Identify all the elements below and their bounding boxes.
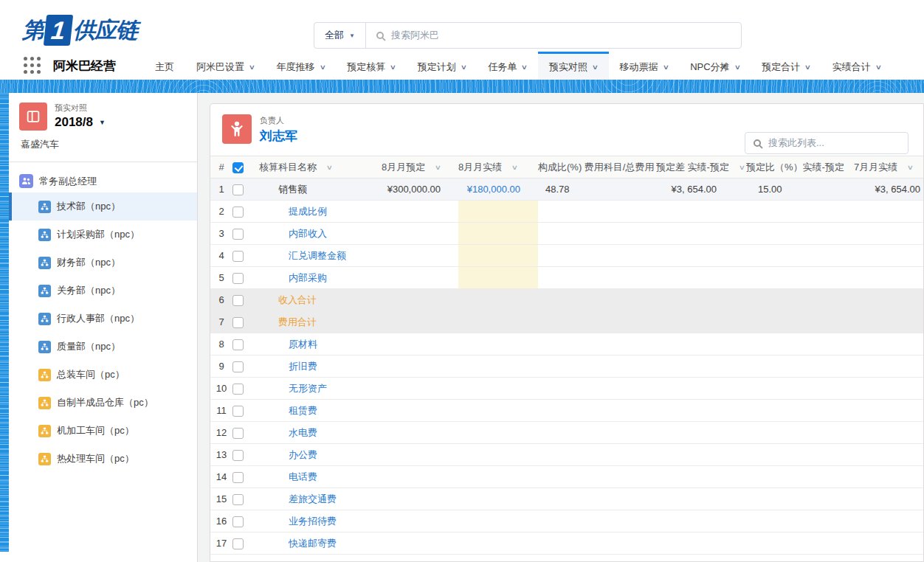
account-name-link[interactable]: 电话费 — [289, 471, 317, 482]
row-number: 1 — [210, 178, 232, 201]
row-checkbox[interactable] — [232, 251, 244, 262]
select-all-checkbox[interactable] — [232, 162, 244, 173]
actual-cell[interactable] — [458, 400, 538, 422]
sidebar-department-item[interactable]: 热处理车间（pc） — [9, 445, 197, 473]
scope-dropdown-icon: ▼ — [349, 32, 355, 39]
nav-tab-年度推移[interactable]: 年度推移 ∨ — [266, 52, 337, 80]
column-header-ratio[interactable]: 构成比(%) 费用科目/总费用∨ — [538, 156, 656, 178]
sidebar-department-item[interactable]: 机加工车间（pc） — [9, 417, 197, 445]
nav-tab-预定核算[interactable]: 预定核算 ∨ — [336, 52, 407, 80]
app-nav-bar: 阿米巴经营 主页 阿米巴设置 ∨ 年度推移 ∨ 预定核算 ∨ 预定计划 ∨ 任务… — [0, 52, 924, 80]
actual-cell[interactable]: ¥180,000.00 — [458, 178, 538, 201]
row-checkbox[interactable] — [232, 538, 244, 549]
ratio-cell — [538, 245, 656, 267]
row-checkbox[interactable] — [232, 384, 244, 395]
actual-cell[interactable] — [458, 466, 538, 488]
nav-tab-NPC分摊[interactable]: NPC分摊 ∨ — [679, 52, 751, 80]
org-tree-root[interactable]: 常务副总经理 — [9, 170, 197, 192]
actual-cell[interactable] — [458, 532, 538, 555]
row-checkbox[interactable] — [232, 295, 244, 306]
account-name-link[interactable]: 销售额 — [278, 184, 307, 195]
account-name-link[interactable]: 内部收入 — [289, 228, 327, 239]
row-number: 14 — [210, 466, 232, 488]
actual-cell[interactable] — [458, 488, 538, 510]
account-name-link[interactable]: 差旅交通费 — [289, 493, 337, 504]
row-checkbox[interactable] — [232, 516, 244, 527]
row-checkbox[interactable] — [232, 207, 244, 218]
nav-tab-实绩合计[interactable]: 实绩合计 ∨ — [821, 52, 892, 80]
row-checkbox[interactable] — [232, 472, 244, 483]
column-header-actual[interactable]: 8月月实绩∨ — [458, 156, 538, 178]
column-header-prev[interactable]: 7月月实绩∨ — [854, 156, 924, 178]
table-row: 6 收入合计 — [210, 289, 924, 311]
column-header-name[interactable]: 核算科目名称∨ — [259, 156, 382, 178]
list-search-box[interactable]: 搜索此列表... — [745, 132, 909, 154]
diff-cell — [656, 510, 746, 532]
actual-cell[interactable] — [458, 422, 538, 444]
actual-cell[interactable] — [458, 510, 538, 532]
nav-tab-预定合计[interactable]: 预定合计 ∨ — [751, 52, 821, 80]
actual-cell[interactable] — [458, 444, 538, 466]
actual-cell[interactable] — [458, 201, 538, 223]
account-name-link[interactable]: 费用合计 — [278, 316, 317, 327]
row-checkbox[interactable] — [232, 450, 244, 461]
actual-cell[interactable] — [458, 333, 538, 355]
org-chart-icon — [38, 313, 51, 325]
account-name-link[interactable]: 折旧费 — [289, 361, 317, 372]
account-name-link[interactable]: 租赁费 — [289, 405, 317, 416]
nav-tab-预定计划[interactable]: 预定计划 ∨ — [407, 52, 477, 80]
actual-cell[interactable] — [458, 223, 538, 245]
sidebar-department-item[interactable]: 行政人事部（npc） — [9, 305, 197, 333]
account-name-link[interactable]: 内部采购 — [289, 272, 327, 283]
actual-cell[interactable] — [458, 245, 538, 267]
budget-actual-table: # 核算科目名称∨ 8月月预定∨ 8月月实绩∨ 构成比(%) 费用科目/总费用∨… — [210, 156, 924, 555]
sidebar-department-item[interactable]: 质量部（npc） — [9, 333, 197, 361]
actual-cell[interactable] — [458, 311, 538, 333]
nav-tab-阿米巴设置[interactable]: 阿米巴设置 ∨ — [185, 52, 266, 80]
logo-numeral: 1 — [44, 15, 73, 46]
actual-cell[interactable] — [458, 378, 538, 400]
global-search-bar[interactable]: 全部 ▼ 搜索阿米巴 — [314, 22, 742, 49]
row-checkbox[interactable] — [232, 317, 244, 328]
actual-cell[interactable] — [458, 267, 538, 289]
list-search-input[interactable]: 搜索此列表... — [768, 136, 824, 150]
account-name-link[interactable]: 原材料 — [289, 339, 317, 350]
row-checkbox[interactable] — [232, 494, 244, 505]
row-checkbox[interactable] — [232, 229, 244, 240]
sidebar-department-item[interactable]: 关务部（npc） — [9, 277, 197, 305]
column-header-diff-pct[interactable]: 预定比（%）实绩-预定∨ — [746, 156, 854, 178]
row-checkbox[interactable] — [232, 361, 244, 372]
row-checkbox[interactable] — [232, 406, 244, 417]
account-name-link[interactable]: 提成比例 — [289, 206, 327, 217]
budget-cell — [382, 400, 458, 422]
account-name-link[interactable]: 水电费 — [289, 427, 317, 438]
nav-tab-任务单[interactable]: 任务单 ∨ — [477, 52, 538, 80]
account-name-link[interactable]: 收入合计 — [278, 294, 317, 305]
sidebar-department-item[interactable]: 自制半成品仓库（pc） — [9, 389, 197, 417]
sidebar-department-item[interactable]: 财务部（npc） — [9, 249, 197, 277]
period-selector[interactable]: 2018/8 ▼ — [55, 115, 106, 130]
row-checkbox[interactable] — [232, 339, 244, 350]
owner-name-link[interactable]: 刘志军 — [260, 128, 297, 145]
row-checkbox[interactable] — [232, 428, 244, 439]
column-header-diff[interactable]: 预定差 实绩-预定∨ — [656, 156, 746, 178]
nav-tab-主页[interactable]: 主页 — [144, 52, 185, 80]
search-scope-selector[interactable]: 全部 ▼ — [314, 23, 366, 48]
row-checkbox[interactable] — [232, 273, 244, 284]
account-name-link[interactable]: 无形资产 — [289, 383, 327, 394]
actual-cell[interactable] — [458, 355, 538, 378]
nav-tab-预实对照[interactable]: 预实对照 ∨ — [538, 52, 609, 80]
sidebar-department-item[interactable]: 总装车间（pc） — [9, 361, 197, 389]
row-checkbox[interactable] — [232, 184, 244, 195]
column-header-budget[interactable]: 8月月预定∨ — [382, 156, 458, 178]
sidebar-department-item[interactable]: 技术部（npc） — [9, 192, 197, 221]
account-name-link[interactable]: 办公费 — [289, 449, 317, 460]
nav-tab-移动票据[interactable]: 移动票据 ∨ — [609, 52, 680, 80]
sidebar-department-item[interactable]: 计划采购部（npc） — [9, 221, 197, 249]
global-search-input[interactable]: 搜索阿米巴 — [391, 29, 439, 42]
app-launcher-waffle-icon[interactable] — [24, 57, 41, 74]
actual-cell[interactable] — [458, 289, 538, 311]
account-name-link[interactable]: 汇兑调整金额 — [289, 250, 346, 261]
account-name-link[interactable]: 快递邮寄费 — [289, 538, 337, 549]
account-name-link[interactable]: 业务招待费 — [289, 516, 337, 527]
